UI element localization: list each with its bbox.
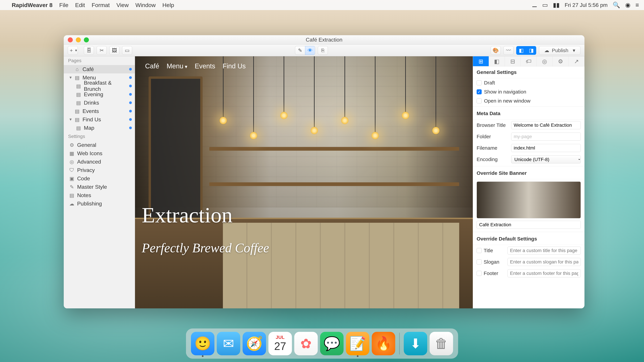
right-panel-toggle[interactable]: ◨ [526,46,536,55]
dock-mail-icon[interactable]: ✉︎ [217,332,240,355]
sidebar-settings-advanced[interactable]: ◎Advanced [64,158,135,166]
override-footer-input[interactable] [508,269,581,277]
settings-label: General [77,142,132,148]
browser-title-input[interactable] [511,121,581,129]
dock-trash-icon[interactable]: 🗑 [430,332,453,355]
filename-row: Filename [473,142,584,154]
site-nav-events[interactable]: Events [195,62,215,70]
publish-button[interactable]: ☁ Publish ▾ [539,46,580,55]
page-preview[interactable]: Café Menu Events Find Us Extraction Perf… [135,56,473,308]
siri-icon[interactable]: ◉ [625,1,630,8]
inspector-tab-header[interactable]: ⊟ [505,56,521,66]
mode-edit-button[interactable]: ✎ [295,46,305,55]
folder-input[interactable] [511,133,581,141]
source-view-button[interactable]: ⎘ [318,46,328,55]
checkbox-label: Open in new window [484,98,530,104]
app-name[interactable]: RapidWeaver 8 [12,2,52,8]
window-content: Pages ⌂ Café ▼ ▤ Menu ▤ Breakfast & Brun… [64,56,584,308]
checkbox-icon[interactable] [477,271,482,276]
sidebar-page-breakfast[interactable]: ▤ Breakfast & Brunch [64,82,135,90]
inspector-tab-sidebar[interactable]: ◧ [489,56,505,66]
mode-preview-button[interactable]: 👁 [305,46,315,55]
sidebar-page-map[interactable]: ▤ Map [64,124,135,132]
banner-caption-input[interactable] [477,221,581,229]
close-button[interactable] [68,37,73,42]
browser-title-row: Browser Title [473,119,584,131]
site-nav-menu[interactable]: Menu [167,62,187,70]
inspector-tab-tags[interactable]: 🏷 [521,56,537,66]
sidebar-settings-notes[interactable]: ▤Notes [64,191,135,199]
sidebar-settings-general[interactable]: ⚙General [64,141,135,149]
sidebar-settings-publishing[interactable]: ☁Publishing [64,199,135,208]
dock-app-icon[interactable]: 🔥 [372,332,395,355]
minimize-button[interactable] [76,37,81,42]
hero-subtitle: Perfectly Brewed Coffee [142,240,269,255]
checkbox-icon[interactable] [477,248,482,253]
left-panel-toggle[interactable]: ◧ [516,46,526,55]
settings-label: Advanced [77,159,132,165]
sidebar-settings-masterstyle[interactable]: ✎Master Style [64,183,135,191]
sidebar-settings-code[interactable]: ▣Code [64,174,135,183]
sidebar-page-events[interactable]: ▤ Events [64,107,135,115]
grid-icon: ▦ [69,150,75,156]
filename-input[interactable] [511,144,581,152]
wifi-icon[interactable]: ⚊ [532,1,537,8]
dock-separator [399,333,400,355]
device-preview-button[interactable]: ▭ [122,46,132,55]
override-title-input[interactable] [508,247,581,255]
disclosure-triangle[interactable]: ▼ [69,75,73,80]
new-window-checkbox-row[interactable]: Open in new window [473,96,584,105]
override-slogan-input[interactable] [508,258,581,266]
banner-thumbnail[interactable] [477,182,581,218]
battery-icon[interactable]: ▮▮ [553,1,560,8]
inspector-tab-popout[interactable]: ↗ [568,56,584,66]
dock-photos-icon[interactable]: ✿ [294,332,318,355]
show-nav-checkbox-row[interactable]: ✓ Show in navigation [473,87,584,96]
maximize-button[interactable] [84,37,89,42]
health-button[interactable]: 〰 [504,46,514,55]
resources-button[interactable]: 🗄 [84,46,94,55]
theme-button[interactable]: 🎨 [491,46,501,55]
menu-help[interactable]: Help [162,2,174,8]
disclosure-triangle[interactable]: ▼ [69,117,73,122]
dock-messages-icon[interactable]: 💬 [320,332,344,355]
encoding-select[interactable]: Unicode (UTF-8) [511,155,581,163]
gear-icon: ⚙ [69,142,75,148]
media-button[interactable]: 🖼 [109,46,120,55]
inspector-tab-general[interactable]: ⊞ [473,56,489,66]
menu-edit[interactable]: Edit [75,2,85,8]
spotlight-icon[interactable]: 🔍 [613,1,620,8]
add-page-button[interactable]: ＋ [68,46,78,55]
menu-view[interactable]: View [116,2,129,8]
inspector-tab-styles[interactable]: ◎ [537,56,552,66]
notification-center-icon[interactable]: ≡ [636,1,639,8]
sidebar-page-findus[interactable]: ▼ ▤ Find Us [64,115,135,124]
unsaved-dot [129,93,132,96]
sidebar-page-cafe[interactable]: ⌂ Café [64,65,135,73]
site-nav-cafe[interactable]: Café [145,62,159,70]
meta-data-header: Meta Data [473,108,584,119]
checkbox-icon: ✓ [477,89,482,94]
sidebar-settings-webicons[interactable]: ▦Web Icons [64,149,135,158]
settings-label: Privacy [77,167,132,173]
draft-checkbox-row[interactable]: Draft [473,78,584,87]
inspector-tab-settings[interactable]: ⚙ [552,56,568,66]
page-icon: ▤ [74,108,80,114]
sidebar-settings-privacy[interactable]: 🛡Privacy [64,166,135,174]
sidebar-page-evening[interactable]: ▤ Evening [64,90,135,98]
dock-finder-icon[interactable]: 🙂 [191,332,214,355]
dock-downloads-icon[interactable]: ⬇ [404,332,427,355]
menu-format[interactable]: Format [92,2,110,8]
menu-file[interactable]: File [59,2,68,8]
datetime-display[interactable]: Fri 27 Jul 5:56 pm [565,2,608,8]
checkbox-icon[interactable] [477,259,482,265]
dock-rapidweaver-icon[interactable]: 📝 [346,332,370,355]
dock-safari-icon[interactable]: 🧭 [243,332,266,355]
dock-calendar-icon[interactable]: JUL 27 [268,332,292,355]
menu-window[interactable]: Window [135,2,156,8]
snippets-button[interactable]: ✂ [96,46,107,55]
site-nav-findus[interactable]: Find Us [222,62,246,70]
sidebar-page-drinks[interactable]: ▤ Drinks [64,98,135,107]
airplay-icon[interactable]: ▭ [542,1,548,8]
toolbar: ＋ 🗄 ✂ 🖼 ▭ ✎ 👁 ⎘ 🎨 〰 ◧ ◨ ☁ Publish ▾ [64,44,584,56]
